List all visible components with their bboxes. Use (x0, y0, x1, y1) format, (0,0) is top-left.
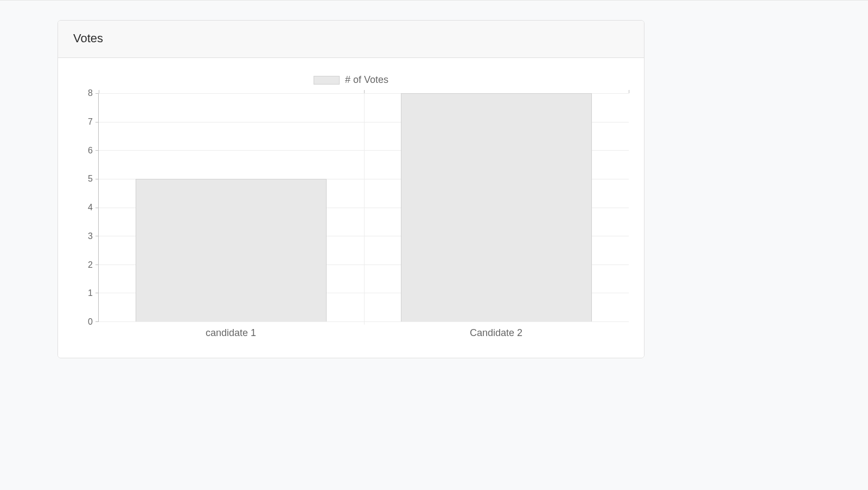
y-tick-label: 1 (71, 288, 93, 298)
x-tick-label: Candidate 2 (470, 327, 522, 339)
y-tick-mark (95, 208, 99, 208)
y-tick-label: 2 (71, 260, 93, 270)
x-tick-label: candidate 1 (206, 327, 256, 339)
y-tick-label: 8 (71, 88, 93, 98)
chart-plot (98, 93, 629, 322)
x-tick-mark (99, 90, 99, 93)
legend-swatch (314, 76, 340, 85)
y-tick-label: 4 (71, 203, 93, 212)
y-tick-mark (95, 93, 99, 94)
bar (401, 93, 592, 321)
y-tick-mark (95, 236, 99, 236)
y-tick-mark (95, 179, 99, 179)
card-header: Votes (58, 21, 644, 58)
x-axis: candidate 1Candidate 2 (98, 322, 629, 343)
chart-legend: # of Votes (71, 74, 631, 86)
y-tick-mark (95, 293, 99, 293)
y-tick-mark (95, 265, 99, 265)
chart-area: 012345678 candidate 1Candidate 2 (71, 93, 631, 343)
y-axis: 012345678 (71, 93, 98, 322)
y-tick-label: 3 (71, 231, 93, 241)
y-tick-label: 0 (71, 317, 93, 327)
legend-label: # of Votes (345, 74, 388, 86)
votes-card: Votes # of Votes 012345678 candidate 1Ca… (58, 20, 644, 358)
y-tick-label: 6 (71, 146, 93, 156)
page-container: Votes # of Votes 012345678 candidate 1Ca… (0, 0, 868, 358)
y-tick-label: 7 (71, 117, 93, 127)
gridline-v (364, 93, 365, 325)
bar (136, 179, 327, 321)
y-tick-mark (95, 122, 99, 122)
y-tick-label: 5 (71, 174, 93, 184)
x-tick-mark (364, 90, 365, 93)
card-body: # of Votes 012345678 candidate 1Candidat… (58, 58, 644, 358)
y-tick-mark (95, 150, 99, 151)
card-title: Votes (73, 31, 629, 46)
x-tick-mark (629, 90, 629, 93)
